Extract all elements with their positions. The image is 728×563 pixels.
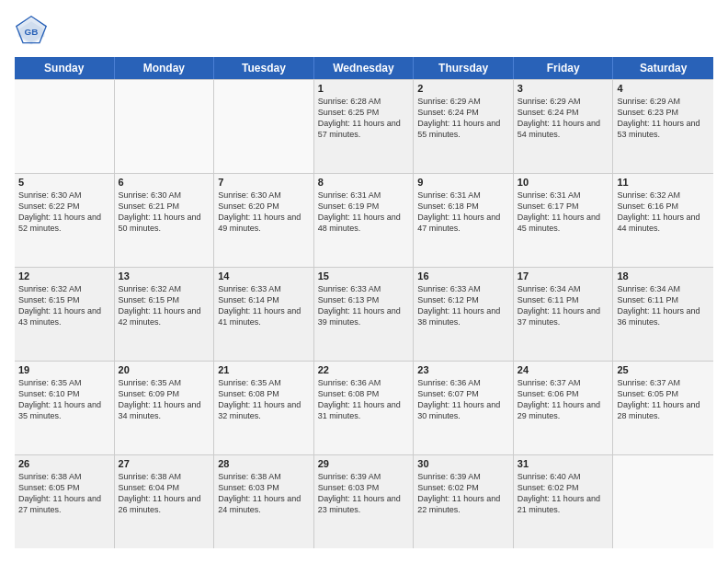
cal-cell [613,455,713,548]
cell-info: Sunrise: 6:38 AM Sunset: 6:03 PM Dayligh… [218,471,310,516]
cal-cell: 9Sunrise: 6:31 AM Sunset: 6:18 PM Daylig… [414,174,514,267]
cal-cell: 13Sunrise: 6:32 AM Sunset: 6:15 PM Dayli… [115,268,215,361]
cell-info: Sunrise: 6:40 AM Sunset: 6:02 PM Dayligh… [518,471,609,516]
calendar-header: SundayMondayTuesdayWednesdayThursdayFrid… [15,57,713,79]
day-number: 28 [218,458,310,469]
day-number: 10 [518,177,609,188]
cell-info: Sunrise: 6:32 AM Sunset: 6:16 PM Dayligh… [617,190,710,235]
cal-cell: 19Sunrise: 6:35 AM Sunset: 6:10 PM Dayli… [15,362,115,454]
cell-info: Sunrise: 6:33 AM Sunset: 6:13 PM Dayligh… [318,283,410,328]
day-number: 16 [417,270,509,282]
cell-info: Sunrise: 6:32 AM Sunset: 6:15 PM Dayligh… [119,283,210,328]
cell-info: Sunrise: 6:35 AM Sunset: 6:10 PM Dayligh… [18,377,110,422]
day-number: 13 [119,270,210,282]
day-number: 20 [119,364,210,375]
cell-info: Sunrise: 6:39 AM Sunset: 6:03 PM Dayligh… [318,471,410,516]
day-number: 31 [518,458,609,469]
cal-cell: 10Sunrise: 6:31 AM Sunset: 6:17 PM Dayli… [514,174,614,267]
cal-cell: 4Sunrise: 6:29 AM Sunset: 6:23 PM Daylig… [613,80,713,173]
cell-info: Sunrise: 6:36 AM Sunset: 6:08 PM Dayligh… [318,377,410,422]
calendar-row-3: 12Sunrise: 6:32 AM Sunset: 6:15 PM Dayli… [15,268,713,362]
cell-info: Sunrise: 6:36 AM Sunset: 6:07 PM Dayligh… [417,377,509,422]
day-number: 2 [417,83,509,94]
cell-info: Sunrise: 6:31 AM Sunset: 6:19 PM Dayligh… [318,190,410,235]
logo: GB [15,15,51,48]
cal-cell: 23Sunrise: 6:36 AM Sunset: 6:07 PM Dayli… [414,362,514,454]
cell-info: Sunrise: 6:38 AM Sunset: 6:04 PM Dayligh… [119,471,210,516]
header-day-sunday: Sunday [15,57,115,79]
day-number: 7 [218,177,310,188]
cal-cell: 30Sunrise: 6:39 AM Sunset: 6:02 PM Dayli… [414,455,514,548]
calendar-row-5: 26Sunrise: 6:38 AM Sunset: 6:05 PM Dayli… [15,455,713,548]
cal-cell: 24Sunrise: 6:37 AM Sunset: 6:06 PM Dayli… [514,362,614,454]
header-day-monday: Monday [115,57,215,79]
day-number: 15 [318,270,410,282]
cell-info: Sunrise: 6:29 AM Sunset: 6:24 PM Dayligh… [417,96,509,141]
cell-info: Sunrise: 6:33 AM Sunset: 6:14 PM Dayligh… [218,283,310,328]
header: GB [15,15,713,48]
cell-info: Sunrise: 6:37 AM Sunset: 6:06 PM Dayligh… [518,377,609,422]
header-day-thursday: Thursday [414,57,514,79]
day-number: 30 [417,458,509,469]
cal-cell: 22Sunrise: 6:36 AM Sunset: 6:08 PM Dayli… [314,362,415,454]
cal-cell: 29Sunrise: 6:39 AM Sunset: 6:03 PM Dayli… [314,455,415,548]
logo-icon: GB [15,15,48,48]
cell-info: Sunrise: 6:30 AM Sunset: 6:21 PM Dayligh… [119,190,210,235]
cell-info: Sunrise: 6:35 AM Sunset: 6:08 PM Dayligh… [218,377,310,422]
cell-info: Sunrise: 6:32 AM Sunset: 6:15 PM Dayligh… [18,283,110,328]
day-number: 25 [617,364,710,375]
day-number: 18 [617,270,710,282]
day-number: 21 [218,364,310,375]
cal-cell: 1Sunrise: 6:28 AM Sunset: 6:25 PM Daylig… [314,80,415,173]
cal-cell: 28Sunrise: 6:38 AM Sunset: 6:03 PM Dayli… [214,455,314,548]
header-day-saturday: Saturday [613,57,713,79]
cell-info: Sunrise: 6:28 AM Sunset: 6:25 PM Dayligh… [318,96,410,141]
cell-info: Sunrise: 6:33 AM Sunset: 6:12 PM Dayligh… [417,283,509,328]
page: GB SundayMondayTuesdayWednesdayThursdayF… [0,0,728,563]
day-number: 27 [119,458,210,469]
cell-info: Sunrise: 6:29 AM Sunset: 6:24 PM Dayligh… [518,96,609,141]
header-day-friday: Friday [514,57,614,79]
day-number: 29 [318,458,410,469]
cal-cell: 18Sunrise: 6:34 AM Sunset: 6:11 PM Dayli… [613,268,713,361]
cal-cell: 31Sunrise: 6:40 AM Sunset: 6:02 PM Dayli… [514,455,614,548]
cal-cell: 27Sunrise: 6:38 AM Sunset: 6:04 PM Dayli… [115,455,215,548]
cal-cell: 20Sunrise: 6:35 AM Sunset: 6:09 PM Dayli… [115,362,215,454]
cell-info: Sunrise: 6:29 AM Sunset: 6:23 PM Dayligh… [617,96,710,141]
cell-info: Sunrise: 6:39 AM Sunset: 6:02 PM Dayligh… [417,471,509,516]
cal-cell [15,80,115,173]
day-number: 12 [18,270,110,282]
cal-cell: 26Sunrise: 6:38 AM Sunset: 6:05 PM Dayli… [15,455,115,548]
day-number: 26 [18,458,110,469]
cal-cell: 16Sunrise: 6:33 AM Sunset: 6:12 PM Dayli… [414,268,514,361]
cal-cell: 14Sunrise: 6:33 AM Sunset: 6:14 PM Dayli… [214,268,314,361]
cell-info: Sunrise: 6:37 AM Sunset: 6:05 PM Dayligh… [617,377,710,422]
day-number: 3 [518,83,609,94]
day-number: 4 [617,83,710,94]
day-number: 9 [417,177,509,188]
cal-cell: 2Sunrise: 6:29 AM Sunset: 6:24 PM Daylig… [414,80,514,173]
day-number: 8 [318,177,410,188]
cal-cell: 6Sunrise: 6:30 AM Sunset: 6:21 PM Daylig… [115,174,215,267]
day-number: 24 [518,364,609,375]
cal-cell: 12Sunrise: 6:32 AM Sunset: 6:15 PM Dayli… [15,268,115,361]
cell-info: Sunrise: 6:34 AM Sunset: 6:11 PM Dayligh… [518,283,609,328]
cell-info: Sunrise: 6:31 AM Sunset: 6:18 PM Dayligh… [417,190,509,235]
cell-info: Sunrise: 6:34 AM Sunset: 6:11 PM Dayligh… [617,283,710,328]
calendar-row-1: 1Sunrise: 6:28 AM Sunset: 6:25 PM Daylig… [15,79,713,174]
cal-cell [214,80,314,173]
day-number: 23 [417,364,509,375]
day-number: 14 [218,270,310,282]
svg-text:GB: GB [25,27,39,37]
cell-info: Sunrise: 6:35 AM Sunset: 6:09 PM Dayligh… [119,377,210,422]
cal-cell: 3Sunrise: 6:29 AM Sunset: 6:24 PM Daylig… [514,80,614,173]
cell-info: Sunrise: 6:38 AM Sunset: 6:05 PM Dayligh… [18,471,110,516]
day-number: 6 [119,177,210,188]
header-day-wednesday: Wednesday [314,57,415,79]
cal-cell: 15Sunrise: 6:33 AM Sunset: 6:13 PM Dayli… [314,268,415,361]
cal-cell: 8Sunrise: 6:31 AM Sunset: 6:19 PM Daylig… [314,174,415,267]
calendar-row-4: 19Sunrise: 6:35 AM Sunset: 6:10 PM Dayli… [15,362,713,455]
cal-cell: 5Sunrise: 6:30 AM Sunset: 6:22 PM Daylig… [15,174,115,267]
calendar: SundayMondayTuesdayWednesdayThursdayFrid… [15,57,713,548]
cell-info: Sunrise: 6:30 AM Sunset: 6:22 PM Dayligh… [18,190,110,235]
